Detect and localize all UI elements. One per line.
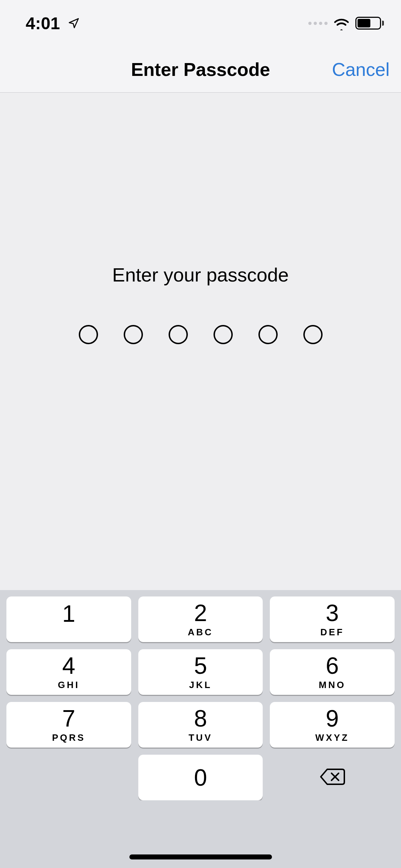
key-digit: 2 bbox=[194, 601, 207, 625]
home-indicator[interactable] bbox=[129, 854, 272, 859]
key-0[interactable]: 0 bbox=[138, 755, 263, 800]
key-digit: 4 bbox=[62, 654, 75, 677]
battery-icon bbox=[355, 17, 384, 30]
passcode-dot bbox=[303, 325, 323, 344]
backspace-button[interactable] bbox=[270, 755, 395, 800]
status-right bbox=[308, 16, 384, 30]
passcode-dot bbox=[169, 325, 188, 344]
passcode-dot bbox=[258, 325, 278, 344]
key-3[interactable]: 3 DEF bbox=[270, 596, 395, 642]
key-digit: 1 bbox=[62, 602, 75, 625]
page-title: Enter Passcode bbox=[131, 59, 270, 80]
key-4[interactable]: 4 GHI bbox=[6, 649, 131, 695]
key-1[interactable]: 1 bbox=[6, 596, 131, 642]
key-8[interactable]: 8 TUV bbox=[138, 702, 263, 748]
status-time: 4:01 bbox=[26, 14, 60, 33]
passcode-prompt: Enter your passcode bbox=[112, 264, 289, 286]
key-2[interactable]: 2 ABC bbox=[138, 596, 263, 642]
key-letters: TUV bbox=[189, 732, 212, 743]
key-digit: 5 bbox=[194, 654, 207, 677]
key-letters: WXYZ bbox=[315, 732, 349, 743]
key-blank bbox=[6, 755, 131, 800]
key-letters: JKL bbox=[189, 680, 212, 691]
keypad: 1 2 ABC 3 DEF 4 GHI 5 JKL 6 MNO 7 PQRS 8 bbox=[0, 590, 401, 800]
key-digit: 8 bbox=[194, 707, 207, 730]
key-digit: 9 bbox=[326, 707, 339, 730]
key-5[interactable]: 5 JKL bbox=[138, 649, 263, 695]
home-indicator-zone bbox=[0, 800, 401, 868]
content-area: Enter your passcode bbox=[0, 93, 401, 590]
key-digit: 6 bbox=[326, 654, 339, 677]
passcode-dot bbox=[214, 325, 233, 344]
backspace-icon bbox=[319, 768, 345, 787]
key-7[interactable]: 7 PQRS bbox=[6, 702, 131, 748]
key-letters: MNO bbox=[319, 680, 346, 691]
cancel-button[interactable]: Cancel bbox=[332, 59, 390, 80]
key-letters: GHI bbox=[58, 680, 79, 691]
wifi-icon bbox=[333, 16, 350, 30]
passcode-dot bbox=[79, 325, 98, 344]
signal-dots-icon bbox=[308, 22, 328, 25]
key-9[interactable]: 9 WXYZ bbox=[270, 702, 395, 748]
status-left: 4:01 bbox=[26, 14, 80, 33]
status-bar: 4:01 bbox=[0, 0, 401, 46]
passcode-dot bbox=[124, 325, 143, 344]
key-letters: PQRS bbox=[52, 732, 86, 743]
key-letters: DEF bbox=[320, 627, 344, 638]
nav-bar: Enter Passcode Cancel bbox=[0, 46, 401, 93]
key-6[interactable]: 6 MNO bbox=[270, 649, 395, 695]
key-digit: 3 bbox=[326, 601, 339, 625]
key-letters: ABC bbox=[188, 627, 213, 638]
key-digit: 7 bbox=[62, 707, 75, 730]
key-digit: 0 bbox=[194, 766, 207, 789]
location-arrow-icon bbox=[68, 14, 80, 33]
passcode-dots bbox=[79, 325, 323, 344]
